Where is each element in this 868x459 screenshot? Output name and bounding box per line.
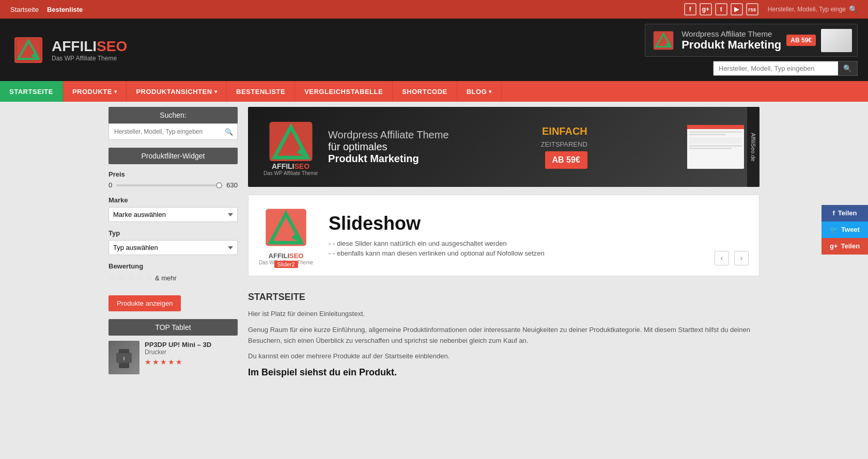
t-star-3: ★: [160, 358, 167, 366]
brand-filter: Marke Marke auswählen: [109, 196, 238, 222]
header-banner-text: Wordpress Affiliate Theme Produkt Market…: [681, 29, 781, 52]
nav-blog[interactable]: BLOG ▾: [457, 81, 502, 102]
top-search-placeholder: Hersteller, Modeli, Typ einge: [768, 6, 846, 13]
float-tw-icon: 🐦: [830, 226, 838, 233]
t-star-5: ★: [176, 358, 182, 366]
youtube-icon-top[interactable]: ▶: [731, 3, 743, 15]
star-row: ☆ ☆ ☆ ☆ ☆ & mehr: [109, 273, 238, 283]
header-search-button[interactable]: 🔍: [838, 61, 857, 75]
logo-icon: [10, 33, 47, 67]
facebook-icon-top[interactable]: f: [684, 3, 696, 15]
header-banner-logo-icon: [650, 27, 676, 53]
slideshow-bullets: - diese Slider kann natürlich ein und au…: [329, 239, 749, 258]
slide-nav: ‹ ›: [715, 251, 749, 265]
startseite-body: Genug Raum für eine kurze Einführung, al…: [248, 325, 760, 346]
slide-next-button[interactable]: ›: [734, 251, 749, 265]
top-search-icon[interactable]: 🔍: [849, 5, 858, 13]
price-label: Preis: [109, 170, 238, 178]
slideshow-area: AFFILISEO Das WP Affiliate Theme Slider2…: [248, 195, 760, 276]
sidebar-search-input-wrap: 🔍: [109, 123, 238, 140]
nav-startseite[interactable]: STARTSEITE: [0, 81, 63, 102]
nav-produkte[interactable]: PRODUKTE ▾: [63, 81, 127, 102]
rating-label: Bewertung: [109, 262, 238, 270]
brand-select[interactable]: Marke auswählen: [109, 207, 238, 222]
slide-bullet-1: - diese Slider kann natürlich ein und au…: [329, 239, 749, 248]
hero-badge: AB 59€: [545, 151, 587, 169]
produkte-anzeigen-button[interactable]: Produkte anzeigen: [109, 295, 181, 311]
social-icons-top: f g+ t ▶ rss: [684, 3, 758, 15]
hero-side-rotated-text: AffiliSeo.de: [750, 133, 756, 161]
float-twitter-button[interactable]: 🐦 Tweet: [822, 221, 868, 238]
svg-rect-10: [119, 349, 129, 353]
t-star-2: ★: [152, 358, 159, 366]
star-3[interactable]: ☆: [127, 273, 134, 283]
header-banner: Wordpress Affiliate Theme Produkt Market…: [645, 24, 858, 57]
startseite-intro: Hier ist Platz für deinen Einleitungstex…: [248, 309, 760, 320]
price-max: 630: [226, 181, 238, 189]
rss-icon-top[interactable]: rss: [746, 3, 758, 15]
star-5[interactable]: ☆: [146, 273, 153, 283]
star-1[interactable]: ☆: [109, 273, 116, 283]
nav-bestenliste-link[interactable]: Bestenliste: [47, 6, 83, 13]
nav-bestenliste[interactable]: BESTENLISTE: [227, 81, 295, 102]
header: AFFILISEO Das WP Affiliate Theme Wordpre…: [0, 19, 868, 81]
price-slider[interactable]: [116, 184, 222, 186]
brand-affili: AFFILI: [52, 38, 97, 54]
header-banner-badge: AB 59€: [786, 35, 816, 46]
startseite-cta: Du kannst ein oder mehrere Produkte auf …: [248, 351, 760, 362]
header-search-input[interactable]: [714, 61, 838, 75]
type-filter: Typ Typ auswählen: [109, 229, 238, 255]
hero-badge-area: EINFACH ZEITSPAREND AB 59€: [541, 125, 587, 169]
hero-line3: Produkt Marketing: [328, 153, 448, 165]
hero-line1: Wordpress Affiliate Theme: [328, 129, 448, 141]
brand-label: Marke: [109, 196, 238, 204]
float-facebook-button[interactable]: f Teilen: [822, 205, 868, 221]
sidebar-search-input[interactable]: [109, 124, 221, 139]
float-googleplus-button[interactable]: g+ Teilen: [822, 238, 868, 255]
sidebar-search-icon[interactable]: 🔍: [221, 125, 237, 139]
float-tw-label: Tweet: [841, 226, 860, 233]
logo-area: AFFILISEO Das WP Affiliate Theme: [10, 33, 127, 67]
brand-subtitle: Das WP Affiliate Theme: [52, 55, 127, 62]
nav-produktansichten[interactable]: PRODUKTANSICHTEN ▾: [127, 81, 227, 102]
svg-rect-11: [119, 363, 129, 368]
twitter-icon-top[interactable]: t: [715, 3, 727, 15]
slide-logo-wrap: AFFILISEO Das WP Affiliate Theme Slider2: [259, 205, 313, 265]
tablet-stars: ★ ★ ★ ★ ★: [145, 358, 211, 366]
nav-startseite-link[interactable]: Startseite: [10, 6, 39, 13]
float-fb-label: Teilen: [838, 209, 857, 217]
hero-side-text: AffiliSeo.de: [747, 107, 760, 187]
und-mehr-label: & mehr: [155, 274, 177, 282]
brand-seo: SEO: [97, 38, 127, 54]
main-content: AFFILISEO Das WP Affiliate Theme Wordpre…: [243, 107, 765, 383]
top-bar-right: f g+ t ▶ rss Hersteller, Modeli, Typ ein…: [684, 3, 858, 15]
tablet-info: PP3DP UP! Mini – 3D Drucker ★ ★ ★ ★ ★: [145, 341, 211, 366]
top-tablet-title: TOP Tablet: [109, 319, 238, 336]
star-2[interactable]: ☆: [118, 273, 125, 283]
sidebar: Suchen: 🔍 Produktfilter-Widget Preis 0 6…: [103, 107, 243, 383]
banner-line2: Produkt Marketing: [681, 38, 781, 52]
hero-logo-icon: [265, 118, 317, 165]
slide-prev-button[interactable]: ‹: [715, 251, 729, 265]
produkte-dropdown-icon: ▾: [114, 89, 117, 94]
hero-einfach: EINFACH: [542, 125, 587, 137]
nav-shortcode[interactable]: SHORTCODE: [393, 81, 457, 102]
type-select[interactable]: Typ auswählen: [109, 240, 238, 255]
star-4[interactable]: ☆: [136, 273, 144, 283]
slide-right: Slideshow - diese Slider kann natürlich …: [329, 213, 749, 258]
float-fb-icon: f: [833, 209, 835, 217]
logo-text: AFFILISEO Das WP Affiliate Theme: [52, 38, 127, 62]
tablet-product-icon: [114, 345, 134, 371]
hero-line2: für optimales: [328, 141, 448, 153]
top-bar-links: Startseite Bestenliste: [10, 6, 83, 13]
startseite-section: STARTSEITE Hier ist Platz für deinen Ein…: [248, 287, 760, 383]
hero-left: AFFILISEO Das WP Affiliate Theme Wordpre…: [264, 118, 449, 176]
hero-banner: AFFILISEO Das WP Affiliate Theme Wordpre…: [248, 107, 760, 187]
tablet-item: PP3DP UP! Mini – 3D Drucker ★ ★ ★ ★ ★: [109, 336, 238, 379]
googleplus-icon-top[interactable]: g+: [700, 3, 712, 15]
price-filter: Preis 0 630: [109, 170, 238, 189]
social-float: f Teilen 🐦 Tweet g+ Teilen: [822, 205, 868, 255]
slideshow-title: Slideshow: [329, 213, 749, 234]
sidebar-search-label: Suchen:: [109, 107, 238, 123]
nav-vergleichstabelle[interactable]: VERGLEICHSTABELLE: [295, 81, 393, 102]
